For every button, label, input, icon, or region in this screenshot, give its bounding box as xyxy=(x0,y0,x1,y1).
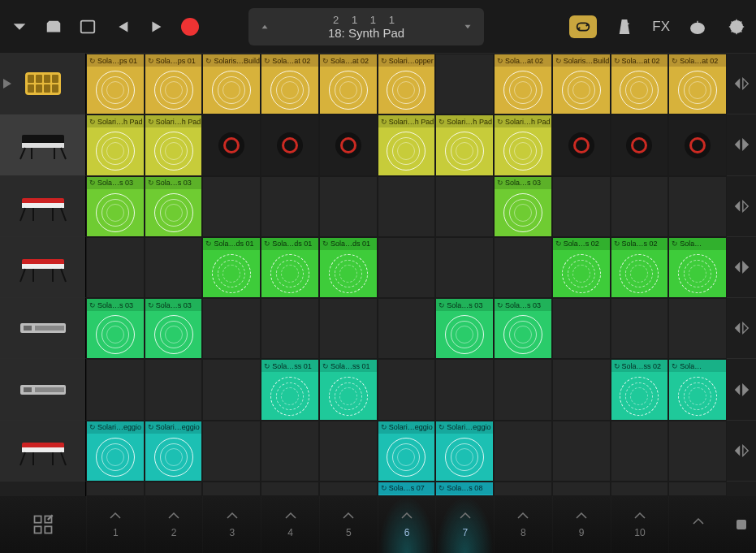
cell-r5-c7[interactable]: Sola…s 03 xyxy=(435,298,494,359)
cell-r4-c8[interactable] xyxy=(494,237,552,298)
row-trigger-7[interactable] xyxy=(727,421,756,482)
track-header-keys-red-3[interactable] xyxy=(0,421,86,482)
cell-r8-c11[interactable] xyxy=(668,482,727,496)
track-header-bass-synth-2[interactable] xyxy=(0,359,86,420)
cell-r2-c6[interactable]: Solari…h Pad xyxy=(378,114,436,175)
cell-r3-c6[interactable] xyxy=(378,176,436,237)
menu-dropdown-button[interactable] xyxy=(8,15,31,38)
cell-r6-c6[interactable] xyxy=(378,359,436,420)
cell-r7-c5[interactable] xyxy=(319,421,378,482)
cell-r2-c8[interactable]: Solari…h Pad xyxy=(494,114,552,175)
cell-r5-c4[interactable] xyxy=(261,298,319,359)
cell-r6-c1[interactable] xyxy=(86,359,145,420)
row-trigger-6[interactable] xyxy=(727,359,756,420)
cell-r3-c8[interactable]: Sola…s 03 xyxy=(494,176,552,237)
cell-r4-c11[interactable]: Sola… xyxy=(668,237,727,298)
grid-edit-button[interactable] xyxy=(0,496,86,553)
cell-r4-c7[interactable] xyxy=(435,237,494,298)
cell-r2-c3[interactable] xyxy=(202,114,261,175)
cell-r4-c2[interactable] xyxy=(145,237,203,298)
cell-r8-c6[interactable]: Sola…s 07 xyxy=(378,482,436,496)
settings-button[interactable] xyxy=(725,15,748,38)
cell-r4-c10[interactable]: Sola…s 02 xyxy=(611,237,669,298)
cell-r5-c10[interactable] xyxy=(611,298,669,359)
cell-r6-c4[interactable]: Sola…ss 01 xyxy=(261,359,319,420)
lcd-next-button[interactable] xyxy=(460,21,476,32)
cell-r2-c4[interactable] xyxy=(261,114,319,175)
cell-r4-c1[interactable] xyxy=(86,237,145,298)
cell-r4-c9[interactable]: Sola…s 02 xyxy=(552,237,611,298)
cell-r8-c3[interactable] xyxy=(202,482,261,496)
cell-r7-c3[interactable] xyxy=(202,421,261,482)
cell-r6-c8[interactable] xyxy=(494,359,552,420)
cell-r1-c11[interactable]: Sola…at 02 xyxy=(668,54,727,114)
cell-r8-c10[interactable] xyxy=(611,482,669,496)
cell-r6-c10[interactable]: Sola…ss 02 xyxy=(611,359,669,420)
cell-r8-c9[interactable] xyxy=(552,482,611,496)
lcd-display[interactable]: 2 1 1 1 18: Synth Pad xyxy=(248,8,484,45)
track-header-live-loops-master[interactable] xyxy=(0,54,86,114)
cycle-loop-button[interactable] xyxy=(569,15,597,38)
scene-trigger-2[interactable]: 2 xyxy=(145,496,203,553)
track-header-synth-pad[interactable] xyxy=(0,114,86,175)
cell-r7-c8[interactable] xyxy=(494,421,552,482)
record-button[interactable] xyxy=(179,15,201,38)
track-header-keys-red-2[interactable] xyxy=(0,237,86,298)
play-button[interactable] xyxy=(145,15,167,38)
cell-r2-c10[interactable] xyxy=(611,114,669,175)
cell-r8-c4[interactable] xyxy=(261,482,319,496)
cell-r5-c2[interactable]: Sola…s 03 xyxy=(145,298,203,359)
cell-r7-c4[interactable] xyxy=(261,421,319,482)
cell-r1-c1[interactable]: Sola…ps 01 xyxy=(86,54,145,114)
cell-r7-c9[interactable] xyxy=(552,421,611,482)
cell-r3-c3[interactable] xyxy=(202,176,261,237)
cell-r1-c6[interactable]: Solari…opper xyxy=(378,54,436,114)
scene-trigger-7[interactable]: 7 xyxy=(435,496,494,553)
cell-r1-c5[interactable]: Sola…at 02 xyxy=(319,54,378,114)
cell-r1-c9[interactable]: Solaris…Build xyxy=(552,54,611,114)
scene-trigger-6[interactable]: 6 xyxy=(378,496,436,553)
cell-r1-c8[interactable]: Sola…at 02 xyxy=(494,54,552,114)
scene-trigger-4[interactable]: 4 xyxy=(261,496,319,553)
cell-r3-c7[interactable] xyxy=(435,176,494,237)
cell-r4-c4[interactable]: Sola…ds 01 xyxy=(261,237,319,298)
cell-r5-c6[interactable] xyxy=(378,298,436,359)
cell-r2-c9[interactable] xyxy=(552,114,611,175)
go-to-start-button[interactable] xyxy=(110,15,133,38)
row-trigger-2[interactable] xyxy=(727,114,756,175)
stop-all-button[interactable] xyxy=(727,496,756,553)
cell-r7-c1[interactable]: Solari…eggio xyxy=(86,421,145,482)
cell-r7-c2[interactable]: Solari…eggio xyxy=(145,421,203,482)
cell-r3-c2[interactable]: Sola…s 03 xyxy=(145,176,203,237)
cell-r7-c10[interactable] xyxy=(611,421,669,482)
cell-r7-c7[interactable]: Solari…eggio xyxy=(435,421,494,482)
cell-r2-c5[interactable] xyxy=(319,114,378,175)
scene-trigger-8[interactable]: 8 xyxy=(494,496,552,553)
scene-trigger-1[interactable]: 1 xyxy=(86,496,145,553)
cell-r8-c7[interactable]: Sola…s 08 xyxy=(435,482,494,496)
scene-trigger-10[interactable]: 10 xyxy=(611,496,669,553)
view-button[interactable] xyxy=(76,15,99,38)
track-header-keys-red-1[interactable] xyxy=(0,176,86,237)
cell-r1-c2[interactable]: Sola…ps 01 xyxy=(145,54,203,114)
scene-trigger-9[interactable]: 9 xyxy=(552,496,611,553)
cell-r5-c1[interactable]: Sola…s 03 xyxy=(86,298,145,359)
cell-r5-c11[interactable] xyxy=(668,298,727,359)
cell-r4-c6[interactable] xyxy=(378,237,436,298)
cell-r3-c1[interactable]: Sola…s 03 xyxy=(86,176,145,237)
row-trigger-4[interactable] xyxy=(727,237,756,298)
scene-trigger-5[interactable]: 5 xyxy=(319,496,378,553)
cell-r8-c2[interactable] xyxy=(145,482,203,496)
cell-r2-c7[interactable]: Solari…h Pad xyxy=(435,114,494,175)
cell-r6-c3[interactable] xyxy=(202,359,261,420)
cell-r4-c5[interactable]: Sola…ds 01 xyxy=(319,237,378,298)
cell-r3-c10[interactable] xyxy=(611,176,669,237)
lcd-prev-button[interactable] xyxy=(257,21,273,32)
row-trigger-1[interactable] xyxy=(727,54,756,114)
row-trigger-5[interactable] xyxy=(727,298,756,359)
cell-r1-c3[interactable]: Solaris…Build xyxy=(202,54,261,114)
cell-r4-c3[interactable]: Sola…ds 01 xyxy=(202,237,261,298)
library-button[interactable] xyxy=(42,15,65,38)
cell-r5-c9[interactable] xyxy=(552,298,611,359)
cell-r5-c3[interactable] xyxy=(202,298,261,359)
